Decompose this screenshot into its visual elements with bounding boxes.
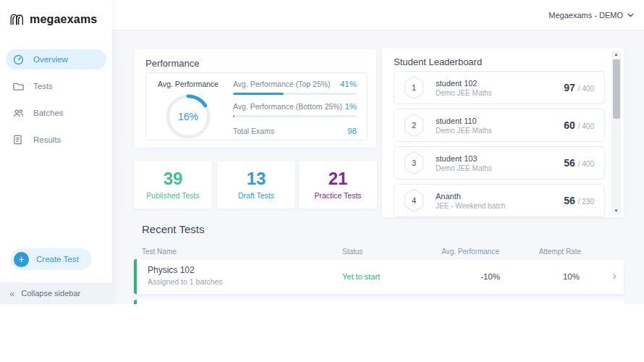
chevron-right-icon[interactable]: › [612,269,617,283]
rank-badge: 4 [403,188,425,213]
scrollbar-thumb[interactable] [613,59,620,119]
collapse-sidebar-button[interactable]: « Collapse sidebar [0,282,112,304]
practice-tests-label: Practice Tests [314,191,361,200]
test-avg-performance: -10% [426,272,500,281]
sidebar: megaexams Overview Tests Batches [0,0,112,304]
student-score: 97 / 400 [564,82,594,93]
logo-icon [9,12,25,28]
create-test-label: Create Test [36,255,79,264]
student-name: student 103 [436,154,492,163]
published-tests-label: Published Tests [146,191,199,200]
leaderboard-entry[interactable]: 4 Ananth JEE - Weekend batch 56 / 230 [394,184,605,217]
published-tests-card[interactable]: 39 Published Tests [134,161,212,209]
draft-tests-label: Draft Tests [238,191,274,200]
draft-tests-card[interactable]: 13 Draft Tests [217,161,295,209]
student-batch: Demo JEE Maths [436,89,492,97]
avg-performance-donut: Avg. Performance 16% [146,73,230,140]
test-attempt-rate: 10% [506,272,580,281]
chevrons-left-icon: « [9,288,14,299]
scroll-up-arrow-icon[interactable]: ▲ [614,51,619,58]
gauge-icon [13,54,24,65]
student-score: 56 / 400 [564,157,594,169]
collapse-sidebar-label: Collapse sidebar [21,289,80,298]
leaderboard-scrollbar[interactable]: ▲ ▼ [611,51,621,214]
practice-tests-count: 21 [329,169,348,188]
donut-value: 16% [165,93,211,140]
metric-label: Avg. Performance (Bottom 25%) [233,102,342,111]
metric-value: 41% [340,80,357,88]
table-row[interactable]: Physics 102 Assigned to 1 batches Yet to… [134,259,624,294]
logo-text: megaexams [30,13,97,26]
sidebar-item-tests[interactable]: Tests [6,76,106,96]
document-icon [13,135,24,145]
leaderboard-title: Student Leaderboard [394,56,482,67]
metric-value: 98 [347,127,357,135]
sidebar-item-results[interactable]: Results [6,130,106,150]
account-switcher[interactable]: Megaexams - DEMO [548,0,634,30]
donut-label: Avg. Performance [158,80,219,88]
metric-label: Total Exams [233,127,274,135]
performance-title: Performance [145,58,199,69]
sidebar-item-label: Overview [33,55,68,64]
app-logo[interactable]: megaexams [0,0,112,28]
sidebar-item-label: Results [33,135,61,144]
test-name: Physics 102 [148,265,222,275]
performance-metrics: Avg. Performance (Top 25%) 41% Avg. Perf… [230,73,367,140]
test-status-badge: Yet to start [342,272,380,281]
student-batch: Demo JEE Maths [436,127,492,135]
leaderboard-entry[interactable]: 3 student 103 Demo JEE Maths 56 / 400 [394,146,605,180]
column-header-avg-performance: Avg. Performance [423,248,499,256]
sidebar-item-label: Tests [33,82,53,90]
student-name: student 102 [436,79,492,88]
rank-badge: 2 [403,113,425,138]
people-icon [13,109,24,118]
metric-label: Avg. Performance (Top 25%) [233,80,331,88]
column-header-status: Status [342,248,363,256]
leaderboard-list: 1 student 102 Demo JEE Maths 97 / 400 2 [394,71,605,217]
table-row-partial[interactable] [134,300,624,304]
metric-value: 1% [344,102,357,111]
scroll-down-arrow-icon[interactable]: ▼ [614,207,619,214]
student-batch: Demo JEE Maths [436,164,492,172]
rank-badge: 3 [403,151,425,175]
rank-badge: 1 [403,75,425,100]
draft-tests-count: 13 [247,169,266,188]
student-score: 56 / 230 [564,195,594,206]
app-screen: Megaexams - DEMO megaexams Overview [0,0,644,362]
leaderboard-entry[interactable]: 2 student 110 Demo JEE Maths 60 / 400 [394,109,605,142]
test-assignment: Assigned to 1 batches [148,277,222,286]
sidebar-item-overview[interactable]: Overview [6,49,106,70]
performance-card: Performance Avg. Performance 16% Avg. Pe… [134,49,376,148]
student-batch: JEE - Weekend batch [436,202,506,210]
metric-progress-bar [233,115,357,117]
folder-icon [13,82,24,91]
recent-tests-title: Recent Tests [142,223,204,235]
create-test-button[interactable]: + Create Test [10,248,92,270]
sidebar-item-batches[interactable]: Batches [6,103,106,123]
leaderboard-entry[interactable]: 1 student 102 Demo JEE Maths 97 / 400 [394,71,605,104]
practice-tests-card[interactable]: 21 Practice Tests [299,161,377,209]
account-label: Megaexams - DEMO [548,11,623,20]
sidebar-item-label: Batches [33,109,64,117]
sidebar-nav: Overview Tests Batches Results [6,49,106,156]
column-header-test-name: Test Name [142,248,177,256]
main-content: Performance Avg. Performance 16% Avg. Pe… [112,30,644,304]
student-score: 60 / 400 [564,119,594,131]
student-leaderboard-card: Student Leaderboard 1 student 102 Demo J… [382,48,624,217]
chevron-down-icon [627,13,634,17]
donut-chart: 16% [165,93,211,140]
plus-icon: + [14,252,29,267]
student-name: Ananth [436,192,506,201]
column-header-attempt-rate: Attempt Rate [507,248,581,256]
topbar: Megaexams - DEMO [112,0,644,30]
published-tests-count: 39 [164,169,183,188]
metric-progress-bar [233,93,357,95]
performance-panel: Avg. Performance 16% Avg. Performance (T… [145,72,368,140]
student-name: student 110 [436,117,492,125]
